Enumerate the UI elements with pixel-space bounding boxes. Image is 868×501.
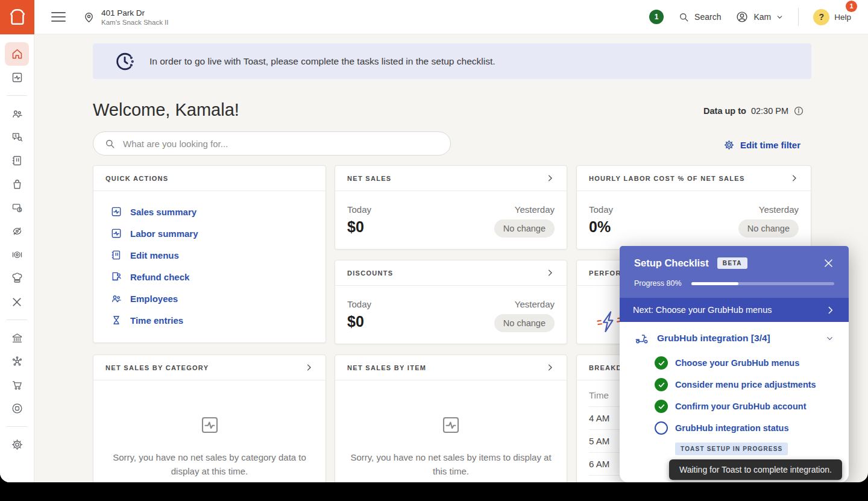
location-selector[interactable]: 401 Park Dr Kam's Snack Shack II <box>83 8 169 26</box>
user-menu-button[interactable]: Kam <box>735 10 784 24</box>
empty-chart-icon <box>199 414 221 436</box>
sidebar-item-integrations[interactable] <box>5 350 29 373</box>
chevron-right-icon[interactable] <box>546 268 555 277</box>
menus-icon <box>11 154 24 167</box>
card-title: QUICK ACTIONS <box>105 175 169 182</box>
card-title: DISCOUNTS <box>347 269 393 277</box>
search-icon <box>678 11 690 23</box>
help-button[interactable]: ? Help 1 <box>813 9 851 25</box>
payments-icon: $ <box>11 201 24 214</box>
chevron-right-icon[interactable] <box>546 363 555 372</box>
quick-action-labor-summary[interactable]: Labor summary <box>110 227 309 239</box>
status-badge: TOAST SETUP IN PROGRESS <box>675 443 788 455</box>
data-up-to-label: Data up to <box>703 106 746 116</box>
settings-gear-icon <box>11 438 24 451</box>
quick-action-refund-check[interactable]: Refund check <box>110 271 309 283</box>
edit-time-filter-label: Edit time filter <box>740 140 800 150</box>
card-title: NET SALES <box>347 175 391 182</box>
checklist-item-integration-status[interactable]: GrubHub integration status <box>655 421 834 435</box>
checklist-item-confirm-account[interactable]: Confirm your GrubHub account <box>655 399 834 414</box>
empty-chart-icon <box>440 414 462 436</box>
help-label: Help <box>834 13 851 22</box>
progress-bar <box>691 282 834 285</box>
sidebar-item-loyalty[interactable] <box>5 219 29 243</box>
sidebar-item-kitchen[interactable] <box>5 243 29 266</box>
sidebar-divider <box>7 426 27 427</box>
change-badge: No change <box>494 314 555 332</box>
net-sales-card: NET SALES Today $0 Yesterday No change <box>335 165 567 250</box>
takeout-bag-icon <box>11 178 24 191</box>
top-bar: 401 Park Dr Kam's Snack Shack II 1 Searc… <box>0 0 868 34</box>
edit-time-filter-button[interactable]: Edit time filter <box>723 139 800 151</box>
beta-badge: BETA <box>717 257 747 269</box>
change-badge: No change <box>494 219 555 238</box>
quick-action-sales-summary[interactable]: Sales summary <box>110 206 309 218</box>
next-task-button[interactable]: Next: Choose your GrubHub menus <box>620 298 849 322</box>
device-terminal-icon <box>11 402 24 415</box>
bank-icon <box>11 332 24 344</box>
sidebar-item-payments[interactable]: $ <box>5 196 29 219</box>
empty-message: Sorry, you have no net sales by items to… <box>348 450 553 479</box>
quick-action-time-entries[interactable]: Time entries <box>110 314 309 326</box>
chevron-down-icon[interactable] <box>825 334 834 343</box>
dashboard-search[interactable] <box>93 131 451 156</box>
user-name-label: Kam <box>753 12 771 22</box>
close-icon[interactable] <box>823 257 834 269</box>
chevron-right-icon[interactable] <box>546 174 555 183</box>
discounts-card: DISCOUNTS Today $0 Yesterday No change <box>335 260 567 344</box>
data-up-to-value: 02:30 PM <box>751 106 788 116</box>
card-title: HOURLY LABOR COST % OF NET SALES <box>589 175 745 182</box>
quick-action-employees[interactable]: Employees <box>110 292 309 304</box>
sidebar-item-employees[interactable] <box>5 102 29 125</box>
sidebar-item-shop[interactable] <box>5 373 29 397</box>
sidebar-item-catering[interactable] <box>5 266 29 290</box>
sidebar-item-banking[interactable] <box>5 326 29 350</box>
notification-badge[interactable]: 1 <box>649 10 664 24</box>
checklist-item-price-adjustments[interactable]: Consider menu price adjustments <box>655 377 834 392</box>
setup-checklist-panel: Setup Checklist BETA Progress 80% Next: … <box>620 246 849 482</box>
chevron-right-icon[interactable] <box>790 174 799 183</box>
sidebar-item-reports[interactable] <box>5 66 29 89</box>
quick-actions-card: QUICK ACTIONS Sales summary Labor summar… <box>93 165 326 343</box>
integration-tooltip: Waiting for Toast to complete integratio… <box>669 459 842 480</box>
labor-summary-icon <box>110 227 122 239</box>
location-pin-icon <box>83 11 95 24</box>
toast-logo[interactable] <box>0 0 34 34</box>
integrations-icon <box>11 355 24 368</box>
menu-toggle-button[interactable] <box>51 9 66 25</box>
sidebar-item-xtrachef[interactable] <box>5 290 29 314</box>
delivery-scooter-icon <box>634 331 650 345</box>
setup-checklist-header: Setup Checklist BETA Progress 80% <box>620 246 849 298</box>
info-icon[interactable] <box>793 106 804 116</box>
sidebar-item-devices[interactable] <box>5 397 29 420</box>
time-entries-hourglass-icon <box>110 314 122 326</box>
topbar-divider <box>798 8 799 26</box>
today-value: 0% <box>589 218 613 236</box>
sidebar-item-settings[interactable] <box>5 433 29 456</box>
yesterday-label: Yesterday <box>738 204 799 215</box>
search-input[interactable] <box>123 139 439 149</box>
search-menu-button[interactable]: Search <box>678 11 721 23</box>
reports-chart-icon <box>11 71 24 84</box>
next-task-label: Next: Choose your GrubHub menus <box>633 305 772 315</box>
svg-text:$: $ <box>18 207 20 212</box>
payroll-icon: $ <box>11 131 24 143</box>
card-title: NET SALES BY CATEGORY <box>105 364 209 371</box>
sidebar-item-menus[interactable] <box>5 149 29 172</box>
sidebar-item-home[interactable] <box>5 42 29 66</box>
banner-message: In order to go live with Toast, please c… <box>149 56 495 67</box>
loyalty-icon <box>11 225 24 238</box>
quick-action-edit-menus[interactable]: Edit menus <box>110 249 309 261</box>
card-title: NET SALES BY ITEM <box>347 364 426 371</box>
chevron-right-icon[interactable] <box>304 363 313 372</box>
hourly-labor-card: HOURLY LABOR COST % OF NET SALES Today 0… <box>576 165 811 250</box>
svg-text:$: $ <box>14 133 17 137</box>
grubhub-section-toggle[interactable]: GrubHub integration [3/4] <box>634 331 834 345</box>
sidebar-item-payroll[interactable]: $ <box>5 125 29 149</box>
data-up-to: Data up to 02:30 PM <box>703 106 804 116</box>
checklist-item-choose-menus[interactable]: Choose your GrubHub menus <box>655 356 834 370</box>
sales-summary-icon <box>110 206 122 218</box>
today-value: $0 <box>347 313 371 330</box>
cart-icon <box>11 379 24 391</box>
sidebar-item-takeout[interactable] <box>5 172 29 196</box>
